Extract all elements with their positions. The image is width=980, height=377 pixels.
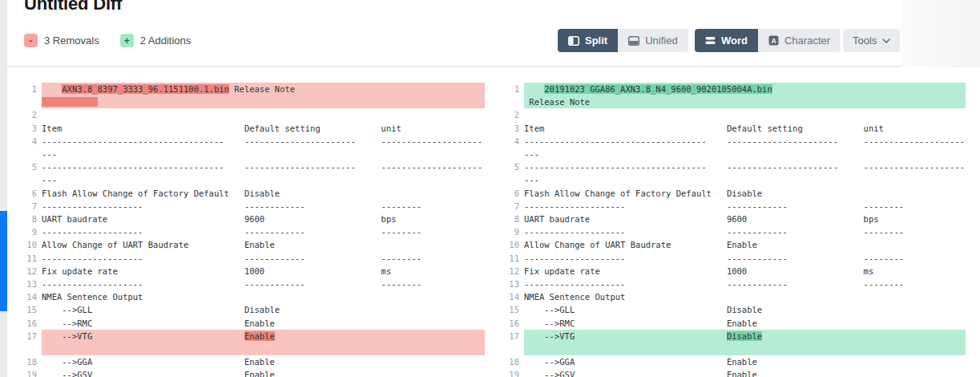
code-text: -->GSV <box>544 370 575 377</box>
line-number: 3 <box>16 122 37 135</box>
diff-line: 11-------------------- ------------ ----… <box>498 252 966 265</box>
code-row: --- <box>524 148 966 160</box>
code-spacing <box>143 227 244 237</box>
line-content: ------------------------------------ ---… <box>42 160 485 186</box>
line-number: 11 <box>16 252 37 265</box>
line-number: 9 <box>498 225 519 238</box>
code-spacing <box>42 305 62 314</box>
diff-line: 14NMEA Sentence Output <box>16 290 485 303</box>
line-number: 7 <box>16 200 37 213</box>
diff-line: 19 -->GSV Enable <box>16 368 485 377</box>
code-spacing <box>188 240 244 249</box>
code-spacing <box>42 84 62 94</box>
code-row: ------------------------------------ ---… <box>524 160 966 173</box>
line-content: ------------------------------------ ---… <box>524 135 966 160</box>
code-text: 9600 <box>727 214 747 224</box>
diff-line: 1 AXN3.8_8397_3333_96.1151100.1.bin Rele… <box>16 83 485 108</box>
code-spacing <box>524 318 544 328</box>
line-number: 4 <box>498 135 519 160</box>
diff-line: 13-------------------- ------------ ----… <box>498 278 966 290</box>
code-spacing <box>524 331 544 341</box>
diff-line: 2 <box>16 108 485 121</box>
code-spacing <box>838 136 864 146</box>
line-content: UART baudrate 9600 bps <box>524 213 966 225</box>
line-number: 5 <box>498 160 519 186</box>
code-text: ------------ <box>727 279 788 289</box>
line-number: 14 <box>498 290 519 303</box>
line-content <box>524 108 966 121</box>
changed-word: AXN3.8_8397_3333_96.1151100.1.bin <box>62 84 229 94</box>
diff-line: 4------------------------------------ --… <box>498 135 966 160</box>
code-spacing <box>625 279 726 289</box>
code-spacing <box>118 266 244 276</box>
word-diff-button[interactable]: Word <box>695 29 758 52</box>
diff-line: 15 -->GLL Disable <box>16 303 485 316</box>
character-diff-button[interactable]: A Character <box>758 29 841 52</box>
line-content: Flash Allow Change of Factory Default Di… <box>524 187 966 200</box>
code-text: Enable <box>727 318 757 328</box>
code-spacing <box>600 266 727 276</box>
line-number: 16 <box>16 317 37 330</box>
diff-left-panel: 1 AXN3.8_8397_3333_96.1151100.1.bin Rele… <box>16 83 485 377</box>
minus-icon: - <box>24 34 38 47</box>
code-spacing <box>544 124 727 133</box>
line-content: -->VTG Disable <box>524 330 966 355</box>
code-text: -->RMC <box>62 318 92 328</box>
tools-dropdown-button[interactable]: Tools <box>843 29 900 52</box>
code-spacing <box>92 305 244 314</box>
code-text: ------------------------------------ <box>42 136 224 146</box>
code-spacing <box>712 188 727 198</box>
line-number: 7 <box>498 200 519 213</box>
left-scroll-thumb[interactable] <box>0 211 7 311</box>
code-spacing <box>42 318 62 328</box>
split-view-button[interactable]: Split <box>558 29 618 52</box>
unified-view-button[interactable]: Unified <box>618 29 688 52</box>
code-text: Enable <box>244 240 275 249</box>
character-diff-icon: A <box>768 35 779 46</box>
line-content: -->GGA Enable <box>42 355 485 368</box>
code-spacing <box>575 357 727 367</box>
code-row: -------------------- ------------ ------… <box>524 200 966 213</box>
line-content: -->GSV Enable <box>524 368 966 377</box>
code-text: UART baudrate <box>42 214 107 224</box>
code-text: ---------------------- <box>727 162 838 172</box>
code-row: --- <box>524 173 966 186</box>
code-text: Disable <box>727 188 762 198</box>
word-diff-icon <box>705 36 716 45</box>
line-content: -->GGA Enable <box>524 355 966 368</box>
code-spacing <box>224 136 244 146</box>
code-text: Fix update rate <box>524 266 600 276</box>
code-text: -------- <box>381 227 422 237</box>
line-content: -->RMC Enable <box>42 317 485 330</box>
code-row <box>42 95 485 108</box>
diff-stats: - 3 Removals + 2 Additions <box>24 34 191 47</box>
code-spacing <box>788 227 864 237</box>
code-text: NMEA Sentence Output <box>524 292 625 302</box>
diff-line: 2 <box>498 108 966 121</box>
line-content: -------------------- ------------ ------… <box>42 225 485 238</box>
code-text: -------------------- <box>524 201 625 211</box>
line-content: -->GLL Disable <box>524 303 966 316</box>
code-spacing <box>788 279 864 289</box>
removals-badge: - 3 Removals <box>24 34 99 47</box>
code-text: ms <box>381 266 392 276</box>
code-row: -->GSV Enable <box>42 368 485 377</box>
code-text: -------------------- <box>524 253 625 263</box>
code-text: unit <box>864 124 884 133</box>
code-row: ------------------------------------ ---… <box>42 135 485 148</box>
line-number: 13 <box>498 278 519 290</box>
code-row: UART baudrate 9600 bps <box>524 213 966 225</box>
line-number: 19 <box>498 368 519 377</box>
code-spacing <box>62 124 244 133</box>
split-view-icon <box>568 36 579 46</box>
diff-line: 1 20191023 GGA86_AXN3.8_N4_9600_90201050… <box>498 83 966 108</box>
code-spacing <box>575 305 727 314</box>
line-content: UART baudrate 9600 bps <box>42 213 485 225</box>
code-spacing <box>92 357 244 367</box>
line-content: NMEA Sentence Output <box>524 290 966 303</box>
line-number: 17 <box>16 330 37 355</box>
code-text: --- <box>524 175 539 184</box>
code-text: UART baudrate <box>524 214 590 224</box>
diff-line: 17 -->VTG Disable <box>498 330 966 355</box>
line-number: 14 <box>16 290 37 303</box>
